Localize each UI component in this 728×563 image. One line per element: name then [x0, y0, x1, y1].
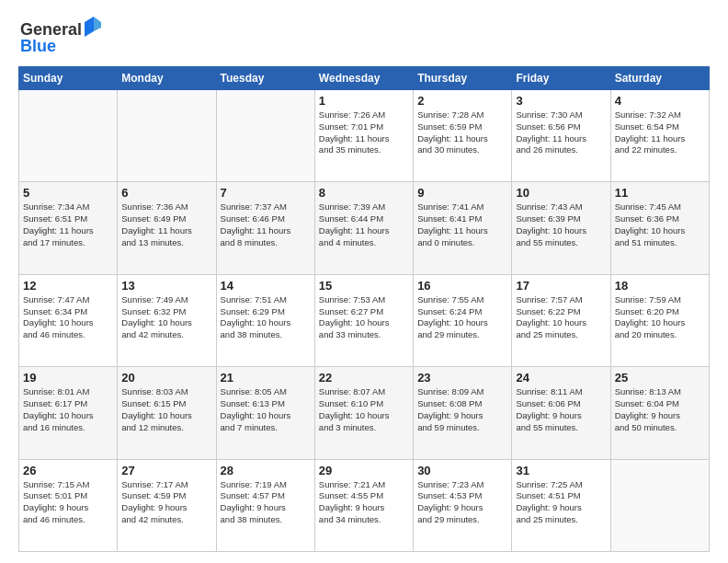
day-info: Sunrise: 7:47 AM Sunset: 6:34 PM Dayligh… — [23, 294, 113, 341]
day-cell — [610, 459, 709, 551]
week-row-1: 1Sunrise: 7:26 AM Sunset: 7:01 PM Daylig… — [19, 90, 710, 182]
day-number: 9 — [417, 186, 507, 200]
col-header-wednesday: Wednesday — [314, 67, 413, 90]
day-info: Sunrise: 7:55 AM Sunset: 6:24 PM Dayligh… — [417, 294, 507, 341]
day-cell: 20Sunrise: 8:03 AM Sunset: 6:15 PM Dayli… — [118, 367, 216, 459]
day-cell: 31Sunrise: 7:25 AM Sunset: 4:51 PM Dayli… — [512, 459, 610, 551]
day-cell: 13Sunrise: 7:49 AM Sunset: 6:32 PM Dayli… — [118, 274, 216, 366]
day-cell: 9Sunrise: 7:41 AM Sunset: 6:41 PM Daylig… — [414, 182, 512, 274]
day-info: Sunrise: 8:07 AM Sunset: 6:10 PM Dayligh… — [319, 386, 409, 433]
day-info: Sunrise: 7:28 AM Sunset: 6:59 PM Dayligh… — [417, 109, 507, 156]
day-cell: 5Sunrise: 7:34 AM Sunset: 6:51 PM Daylig… — [19, 182, 118, 274]
day-number: 16 — [417, 279, 507, 293]
day-info: Sunrise: 7:49 AM Sunset: 6:32 PM Dayligh… — [121, 294, 211, 341]
day-cell: 15Sunrise: 7:53 AM Sunset: 6:27 PM Dayli… — [314, 274, 413, 366]
day-number: 5 — [23, 186, 113, 200]
day-cell: 26Sunrise: 7:15 AM Sunset: 5:01 PM Dayli… — [19, 459, 118, 551]
day-number: 19 — [23, 371, 113, 385]
day-info: Sunrise: 7:36 AM Sunset: 6:49 PM Dayligh… — [121, 201, 211, 248]
day-info: Sunrise: 7:51 AM Sunset: 6:29 PM Dayligh… — [221, 294, 311, 341]
day-cell: 23Sunrise: 8:09 AM Sunset: 6:08 PM Dayli… — [414, 367, 512, 459]
day-number: 8 — [319, 186, 409, 200]
day-number: 12 — [23, 279, 113, 293]
day-number: 1 — [319, 94, 409, 108]
day-number: 4 — [615, 94, 705, 108]
day-info: Sunrise: 7:41 AM Sunset: 6:41 PM Dayligh… — [417, 201, 507, 248]
day-number: 22 — [319, 371, 409, 385]
day-info: Sunrise: 7:57 AM Sunset: 6:22 PM Dayligh… — [516, 294, 606, 341]
svg-marker-3 — [94, 17, 101, 31]
svg-text:Blue: Blue — [20, 37, 56, 55]
day-cell: 27Sunrise: 7:17 AM Sunset: 4:59 PM Dayli… — [118, 459, 216, 551]
day-cell — [118, 90, 216, 182]
col-header-monday: Monday — [118, 67, 216, 90]
day-info: Sunrise: 7:25 AM Sunset: 4:51 PM Dayligh… — [516, 479, 606, 526]
day-cell — [216, 90, 314, 182]
day-cell: 19Sunrise: 8:01 AM Sunset: 6:17 PM Dayli… — [19, 367, 118, 459]
day-number: 24 — [516, 371, 606, 385]
day-cell — [19, 90, 118, 182]
day-cell: 18Sunrise: 7:59 AM Sunset: 6:20 PM Dayli… — [610, 274, 709, 366]
col-header-thursday: Thursday — [414, 67, 512, 90]
week-row-3: 12Sunrise: 7:47 AM Sunset: 6:34 PM Dayli… — [19, 274, 710, 366]
day-info: Sunrise: 7:37 AM Sunset: 6:46 PM Dayligh… — [221, 201, 311, 248]
day-cell: 3Sunrise: 7:30 AM Sunset: 6:56 PM Daylig… — [512, 90, 610, 182]
col-header-friday: Friday — [512, 67, 610, 90]
day-cell: 28Sunrise: 7:19 AM Sunset: 4:57 PM Dayli… — [216, 459, 314, 551]
day-cell: 25Sunrise: 8:13 AM Sunset: 6:04 PM Dayli… — [610, 367, 709, 459]
day-number: 30 — [417, 464, 507, 477]
day-info: Sunrise: 8:03 AM Sunset: 6:15 PM Dayligh… — [121, 386, 211, 433]
day-info: Sunrise: 8:01 AM Sunset: 6:17 PM Dayligh… — [23, 386, 113, 433]
page: General Blue SundayMondayTuesdayWednesda… — [0, 0, 728, 563]
day-info: Sunrise: 7:59 AM Sunset: 6:20 PM Dayligh… — [615, 294, 705, 341]
col-header-saturday: Saturday — [610, 67, 709, 90]
day-cell: 16Sunrise: 7:55 AM Sunset: 6:24 PM Dayli… — [414, 274, 512, 366]
day-info: Sunrise: 7:39 AM Sunset: 6:44 PM Dayligh… — [319, 201, 409, 248]
day-number: 10 — [516, 186, 606, 200]
week-row-2: 5Sunrise: 7:34 AM Sunset: 6:51 PM Daylig… — [19, 182, 710, 274]
day-number: 11 — [615, 186, 705, 200]
day-info: Sunrise: 7:53 AM Sunset: 6:27 PM Dayligh… — [319, 294, 409, 341]
day-number: 15 — [319, 279, 409, 293]
week-row-4: 19Sunrise: 8:01 AM Sunset: 6:17 PM Dayli… — [19, 367, 710, 459]
day-cell: 22Sunrise: 8:07 AM Sunset: 6:10 PM Dayli… — [314, 367, 413, 459]
day-cell: 1Sunrise: 7:26 AM Sunset: 7:01 PM Daylig… — [314, 90, 413, 182]
day-info: Sunrise: 7:30 AM Sunset: 6:56 PM Dayligh… — [516, 109, 606, 156]
col-header-sunday: Sunday — [19, 67, 118, 90]
day-cell: 21Sunrise: 8:05 AM Sunset: 6:13 PM Dayli… — [216, 367, 314, 459]
day-cell: 24Sunrise: 8:11 AM Sunset: 6:06 PM Dayli… — [512, 367, 610, 459]
day-number: 26 — [23, 464, 113, 477]
day-number: 20 — [121, 371, 211, 385]
day-info: Sunrise: 7:21 AM Sunset: 4:55 PM Dayligh… — [319, 479, 409, 526]
header: General Blue — [18, 15, 710, 59]
calendar-table: SundayMondayTuesdayWednesdayThursdayFrid… — [18, 66, 710, 552]
day-number: 27 — [121, 464, 211, 477]
day-info: Sunrise: 7:23 AM Sunset: 4:53 PM Dayligh… — [417, 479, 507, 526]
day-number: 14 — [221, 279, 311, 293]
day-number: 18 — [615, 279, 705, 293]
day-cell: 10Sunrise: 7:43 AM Sunset: 6:39 PM Dayli… — [512, 182, 610, 274]
day-info: Sunrise: 7:45 AM Sunset: 6:36 PM Dayligh… — [615, 201, 705, 248]
day-number: 21 — [221, 371, 311, 385]
day-cell: 17Sunrise: 7:57 AM Sunset: 6:22 PM Dayli… — [512, 274, 610, 366]
day-number: 6 — [121, 186, 211, 200]
day-number: 17 — [516, 279, 606, 293]
logo: General Blue — [18, 15, 101, 59]
day-info: Sunrise: 8:11 AM Sunset: 6:06 PM Dayligh… — [516, 386, 606, 433]
day-cell: 2Sunrise: 7:28 AM Sunset: 6:59 PM Daylig… — [414, 90, 512, 182]
day-cell: 7Sunrise: 7:37 AM Sunset: 6:46 PM Daylig… — [216, 182, 314, 274]
day-number: 7 — [221, 186, 311, 200]
svg-text:General: General — [20, 20, 82, 39]
day-number: 2 — [417, 94, 507, 108]
day-number: 25 — [615, 371, 705, 385]
day-number: 29 — [319, 464, 409, 477]
day-cell: 8Sunrise: 7:39 AM Sunset: 6:44 PM Daylig… — [314, 182, 413, 274]
day-cell: 6Sunrise: 7:36 AM Sunset: 6:49 PM Daylig… — [118, 182, 216, 274]
day-number: 13 — [121, 279, 211, 293]
day-info: Sunrise: 8:13 AM Sunset: 6:04 PM Dayligh… — [615, 386, 705, 433]
day-info: Sunrise: 7:15 AM Sunset: 5:01 PM Dayligh… — [23, 479, 113, 526]
day-number: 28 — [221, 464, 311, 477]
day-info: Sunrise: 7:19 AM Sunset: 4:57 PM Dayligh… — [221, 479, 311, 526]
day-cell: 4Sunrise: 7:32 AM Sunset: 6:54 PM Daylig… — [610, 90, 709, 182]
day-info: Sunrise: 7:32 AM Sunset: 6:54 PM Dayligh… — [615, 109, 705, 156]
